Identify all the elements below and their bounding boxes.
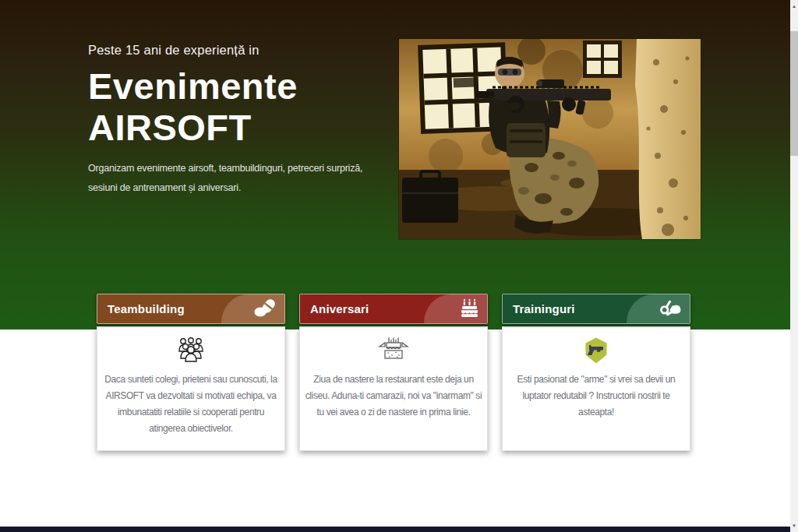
card-aniversari-body: Ziua de nastere la restaurant este deja … xyxy=(299,326,488,451)
scrollbar-up-arrow[interactable]: ▲ xyxy=(790,0,798,12)
hero-description-line1: Organizam evenimente airsoft, teambuildi… xyxy=(88,159,400,178)
hero-text-block: Peste 15 ani de experiență in Evenimente… xyxy=(88,43,400,198)
birthday-cake-icon xyxy=(460,298,479,320)
hero-description: Organizam evenimente airsoft, teambuildi… xyxy=(88,159,400,198)
card-aniversari: Aniversari xyxy=(299,294,488,451)
page-title: Evenimente AIRSOFT xyxy=(88,65,400,148)
tab-aniversari-label: Aniversari xyxy=(300,294,487,323)
hero-description-line2: sesiuni de antrenament și aniversari. xyxy=(88,178,400,198)
tab-traininguri[interactable]: Traininguri xyxy=(502,294,690,324)
tab-teambuilding[interactable]: Teambuilding xyxy=(97,294,285,324)
scrollbar-thumb[interactable] xyxy=(790,31,798,156)
airsoft-player-illustration xyxy=(399,39,701,239)
card-traininguri-body: Esti pasionat de "arme" si vrei sa devii… xyxy=(502,326,690,451)
hero-kicker: Peste 15 ani de experiență in xyxy=(88,43,400,58)
card-teambuilding: Teambuilding xyxy=(97,294,285,451)
card-traininguri: Traininguri xyxy=(502,294,690,451)
scrollbar-down-arrow[interactable]: ▼ xyxy=(790,520,798,532)
pistol-badge-icon xyxy=(503,334,690,367)
card-aniversari-text: Ziua de nastere la restaurant este deja … xyxy=(300,372,487,421)
feature-cards: Teambuilding xyxy=(97,294,690,451)
page-scrollbar[interactable]: ▲ ▼ xyxy=(790,0,798,532)
browser-viewport: Peste 15 ani de experiență in Evenimente… xyxy=(0,0,798,532)
crowd-icon xyxy=(97,334,284,367)
tab-aniversari[interactable]: Aniversari xyxy=(299,294,488,324)
page-title-line1: Evenimente xyxy=(88,65,298,107)
window-bottom-edge xyxy=(0,527,790,532)
pills-icon xyxy=(253,298,277,320)
card-teambuilding-text: Daca sunteti colegi, prieteni sau cunosc… xyxy=(97,372,284,437)
hero-photo xyxy=(399,39,701,239)
card-traininguri-text: Esti pasionat de "arme" si vrei sa devii… xyxy=(503,372,690,421)
cake-outline-icon xyxy=(300,334,487,367)
sign-language-icon xyxy=(658,298,682,320)
page-title-line2: AIRSOFT xyxy=(88,107,252,148)
card-teambuilding-body: Daca sunteti colegi, prieteni sau cunosc… xyxy=(97,326,285,451)
